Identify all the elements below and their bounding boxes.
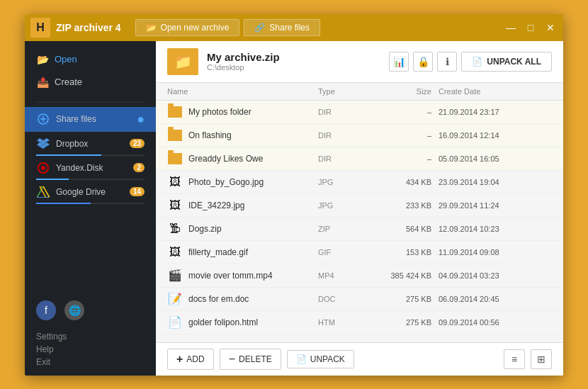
open-archive-icon: 📂 [146,23,157,33]
unpack-all-button[interactable]: 📄 UNPACK ALL [461,52,552,72]
web-button[interactable]: 🌐 [64,300,84,320]
file-type: JPG [318,178,368,186]
table-row[interactable]: 🖼fillerty_made.gifGIF153 KB11.09.2014 09… [156,241,563,264]
file-name: Photo_by_Gogo.jpg [188,177,264,187]
sidebar-item-create[interactable]: 📤 Create [25,71,156,94]
facebook-button[interactable]: f [36,300,56,320]
open-new-archive-button[interactable]: 📂 Open new archive [135,19,240,36]
social-icons: f 🌐 [36,300,145,320]
dropbox-badge: 23 [130,139,145,148]
file-size: 275 KB [368,295,439,303]
mp4-icon: 🎬 [167,268,183,283]
file-date: 09.09.2014 00:56 [439,318,552,327]
table-row[interactable]: Greaddy Likes OweDIR–05.09.2014 16:05 [156,147,563,171]
folder-icon [167,104,183,120]
table-row[interactable]: 📄golder folipon.htmlHTM275 KB09.09.2014 … [156,311,563,334]
column-name[interactable]: Name [167,87,318,96]
archive-path: C:\desktop [207,63,380,72]
sidebar-item-yandex-disk[interactable]: Yandex.Disk 2 [25,156,156,180]
main-area: 📂 Open 📤 Create Share files [25,41,563,376]
grid-view-button[interactable]: ⊞ [531,349,552,369]
file-type: MP4 [318,271,368,280]
google-drive-label: Google Drive [56,187,124,197]
file-date: 11.09.2014 09:08 [439,248,552,256]
delete-label: DELETE [239,354,272,364]
folder-icon [167,151,183,167]
column-date[interactable]: Create Date [439,87,552,96]
dropbox-icon [36,137,50,151]
share-files-title-button[interactable]: 🔗 Share files [244,19,320,36]
file-size: 434 KB [368,178,439,186]
file-date: 05.09.2014 16:05 [439,154,552,163]
file-date: 04.09.2014 03:23 [439,271,552,280]
file-size: – [368,131,439,140]
table-row[interactable]: 🖼Photo_by_Gogo.jpgJPG434 KB23.09.2014 19… [156,171,563,194]
column-size[interactable]: Size [368,87,439,96]
sidebar: 📂 Open 📤 Create Share files [25,41,156,376]
table-row[interactable]: 🖼IDE_34229.jpgJPG233 KB29.09.2014 11:24 [156,194,563,218]
zip-icon: 🗜 [167,221,183,237]
info-button[interactable]: ℹ [437,52,457,72]
file-date: 06.09.2014 20:45 [439,295,552,303]
file-type: DIR [318,154,368,163]
jpg-icon: 🖼 [167,198,183,213]
archive-name: My archive.zip [207,51,380,63]
file-size: 153 KB [368,248,439,256]
file-date: 16.09.2014 12:14 [439,131,552,140]
add-icon: + [176,353,183,366]
archive-icon: 📁 [167,48,198,75]
column-type[interactable]: Type [318,87,368,96]
unpack-icon: 📄 [296,354,307,364]
delete-button[interactable]: − DELETE [220,349,281,370]
sidebar-item-open[interactable]: 📂 Open [25,48,156,71]
title-actions: 📂 Open new archive 🔗 Share files [135,19,504,36]
file-name: fillerty_made.gif [188,247,248,257]
sidebar-item-share-files[interactable]: Share files ● [25,107,156,132]
file-date: 29.09.2014 11:24 [439,201,552,210]
app-title: ZIP archiver 4 [56,22,121,33]
file-name: Dogs.zip [188,224,222,234]
app-logo: H [30,18,50,38]
yandex-disk-badge: 2 [133,163,145,172]
exit-link[interactable]: Exit [36,357,145,367]
sidebar-item-google-drive[interactable]: Google Drive 14 [25,180,156,204]
sidebar-item-dropbox[interactable]: Dropbox 23 [25,132,156,156]
file-type: GIF [318,248,368,256]
htm-icon: 📄 [167,315,183,330]
table-row[interactable]: 🗜Dogs.zipZIP564 KB12.09.2014 10:23 [156,218,563,241]
google-drive-badge: 14 [130,187,145,196]
unpack-all-label: UNPACK ALL [487,57,541,67]
close-button[interactable]: ✕ [543,22,558,33]
yandex-disk-label: Yandex.Disk [56,163,128,173]
maximize-button[interactable]: □ [524,22,538,33]
file-name: IDE_34229.jpg [188,201,244,210]
sidebar-links: Settings Help Exit [36,332,145,367]
table-row[interactable]: 📝docs for em.docDOC275 KB06.09.2014 20:4… [156,288,563,311]
file-type: JPG [318,201,368,210]
file-size: 564 KB [368,225,439,233]
settings-link[interactable]: Settings [36,332,145,342]
sidebar-divider-1 [36,102,145,103]
help-link[interactable]: Help [36,344,145,354]
share-files-service-icon [36,112,50,126]
add-button[interactable]: + ADD [167,349,214,370]
folder-icon [167,128,183,143]
file-size: – [368,108,439,116]
sidebar-bottom: f 🌐 Settings Help Exit [25,292,156,376]
file-size: 385 424 KB [368,271,439,280]
file-name: Greaddy Likes Owe [188,154,263,164]
list-view-button[interactable]: ≡ [504,349,525,369]
lock-button[interactable]: 🔒 [413,52,433,72]
file-type: DOC [318,295,368,303]
unpack-button[interactable]: 📄 UNPACK [287,350,354,368]
file-type: DIR [318,131,368,140]
file-size: 233 KB [368,201,439,210]
minimize-button[interactable]: — [504,22,518,33]
table-row[interactable]: On flashingDIR–16.09.2014 12:14 [156,124,563,147]
file-type: ZIP [318,225,368,233]
table-row[interactable]: My photos folderDIR–21.09.2014 23:17 [156,101,563,124]
file-date: 23.09.2014 19:04 [439,178,552,186]
bar-chart-button[interactable]: 📊 [389,52,409,72]
file-type: HTM [318,318,368,327]
table-row[interactable]: 🎬movie over tomm.mp4MP4385 424 KB04.09.2… [156,264,563,288]
